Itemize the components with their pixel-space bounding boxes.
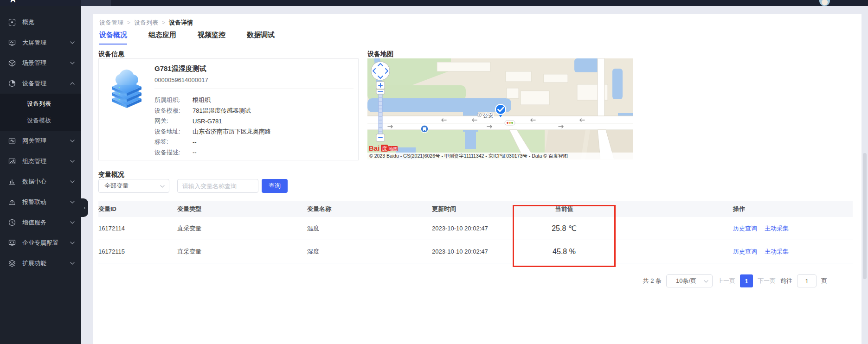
poi-label: 公安 (483, 113, 493, 118)
breadcrumb-separator: > (162, 19, 165, 26)
history-query-link[interactable]: 历史查询 (733, 248, 757, 256)
field-template: 设备模板:781温湿度传感器测试 (154, 106, 354, 116)
top-bar: A (0, 0, 868, 6)
variable-type-select[interactable]: 全部变量 (98, 179, 169, 193)
field-value: 根组织 (193, 96, 211, 104)
sidebar-item-label: 大屏管理 (22, 38, 70, 47)
sidebar-item-device-template[interactable]: 设备模板 (0, 112, 81, 129)
field-value: -- (193, 149, 197, 156)
page-size-select[interactable]: 10条/页 (666, 274, 713, 287)
field-value: 781温湿度传感器测试 (193, 107, 251, 115)
cell-variable-name: 湿度 (307, 248, 432, 256)
page-number-1[interactable]: 1 (740, 274, 753, 287)
field-label: 网关: (154, 117, 193, 125)
sidebar-item-overview[interactable]: 概览 (0, 12, 81, 32)
tab-video-monitor[interactable]: 视频监控 (198, 31, 225, 45)
cell-updated: 2023-10-10 20:02:47 (432, 248, 513, 255)
device-info-card: G781温湿度测试 0000059614000017 所属组织:根组织 设备模板… (98, 58, 359, 160)
chevron-down-icon (70, 160, 75, 163)
baidu-map[interactable]: 公安 (367, 58, 633, 159)
image-icon (8, 158, 16, 165)
main-content: 设备管理 > 设备列表 > 设备详情 设备概况 组态应用 视频监控 数据调试 设… (93, 14, 862, 344)
layers-icon (8, 260, 16, 267)
cell-variable-type: 直采变量 (177, 248, 307, 256)
sidebar-item-alarm-linkage[interactable]: 报警联动 (0, 192, 81, 212)
breadcrumb-device-list[interactable]: 设备列表 (134, 19, 158, 27)
page-size-value: 10条/页 (676, 277, 696, 285)
goto-page-input[interactable] (797, 274, 817, 287)
field-value: 山东省济南市历下区龙奥南路 (193, 127, 271, 136)
device-illustration (105, 66, 148, 109)
sidebar-item-data-center[interactable]: 数据中心 (0, 172, 81, 192)
device-info-title: 设备信息 (98, 50, 124, 58)
prev-page-button[interactable]: 上一页 (717, 277, 735, 285)
header-variable-name: 变量名称 (307, 205, 432, 213)
manual-collect-link[interactable]: 主动采集 (765, 224, 789, 233)
field-address: 设备地址:山东省济南市历下区龙奥南路 (154, 127, 354, 137)
chevron-down-icon (70, 242, 75, 244)
chevron-down-icon (70, 180, 75, 183)
sidebar-item-enterprise-config[interactable]: 企业专属配置 (0, 233, 81, 253)
tab-data-debug[interactable]: 数据调试 (247, 31, 275, 45)
chevron-up-icon (70, 82, 75, 85)
query-button[interactable]: 查询 (262, 179, 288, 193)
sidebar-item-device-mgmt[interactable]: 设备管理 (0, 73, 81, 94)
cell-variable-id: 16172114 (98, 225, 177, 232)
header-variable-id: 变量ID (98, 205, 177, 213)
sidebar-item-label: 扩展功能 (22, 259, 70, 268)
next-page-button[interactable]: 下一页 (758, 277, 776, 285)
chevron-down-icon (70, 201, 75, 204)
field-label: 设备模板: (154, 107, 193, 115)
cell-variable-name: 温度 (307, 224, 432, 233)
monitor-code-icon (8, 239, 16, 247)
history-query-link[interactable]: 历史查询 (733, 224, 757, 233)
device-fields: 所属组织:根组织 设备模板:781温湿度传感器测试 网关:USR-G781 设备… (154, 95, 354, 158)
pie-chart-icon (8, 80, 16, 87)
sidebar-item-gateway-mgmt[interactable]: 网关管理 (0, 131, 81, 151)
baidu-logo-map: 地图 (389, 147, 398, 151)
sidebar-item-scene-mgmt[interactable]: 场景管理 (0, 53, 81, 73)
header-current-value: 当前值 (513, 205, 616, 213)
sidebar-item-label: 报警联动 (22, 198, 70, 206)
chevron-down-icon (70, 41, 75, 44)
cell-variable-id: 16172115 (98, 248, 177, 255)
alarm-icon (8, 198, 16, 206)
sidebar-item-config-mgmt[interactable]: 组态管理 (0, 151, 81, 172)
vertical-scrollbar[interactable] (863, 153, 867, 279)
tab-config-app[interactable]: 组态应用 (148, 31, 176, 45)
device-map-title: 设备地图 (367, 50, 393, 58)
sidebar-item-label: 场景管理 (22, 59, 70, 67)
bar-chart-icon (8, 178, 16, 185)
manual-collect-link[interactable]: 主动采集 (765, 248, 789, 256)
breadcrumb-device-mgmt[interactable]: 设备管理 (99, 19, 123, 27)
variable-type-value: 全部变量 (104, 182, 129, 190)
device-name: G781温湿度测试 (154, 64, 206, 73)
field-label: 标签: (154, 138, 193, 146)
header-updated: 更新时间 (432, 205, 513, 213)
variable-search-input[interactable] (177, 179, 258, 193)
field-label: 设备描述: (154, 148, 193, 157)
sidebar-collapse-handle[interactable]: ‹ (81, 198, 88, 217)
chevron-down-icon (70, 262, 75, 265)
user-avatar[interactable] (819, 0, 830, 6)
divider (154, 89, 354, 89)
sidebar-item-extensions[interactable]: 扩展功能 (0, 253, 81, 274)
device-id: 0000059614000017 (154, 76, 208, 83)
sidebar-item-label: 网关管理 (22, 137, 70, 145)
app-logo: A (10, 0, 16, 4)
tab-device-overview[interactable]: 设备概况 (99, 31, 127, 45)
field-value: USR-G781 (193, 118, 222, 125)
sidebar-item-value-services[interactable]: 增值服务 (0, 212, 81, 233)
topbar-active-tab[interactable] (81, 0, 111, 6)
table-header-row: 变量ID 变量类型 变量名称 更新时间 当前值 操作 (98, 201, 853, 217)
sidebar-item-screen-mgmt[interactable]: 大屏管理 (0, 32, 81, 53)
map-pan-control[interactable] (371, 62, 390, 80)
app-window: A 概览 大屏管理 场景管理 设备管理 设备列表 设备模板 (0, 0, 868, 344)
detail-tabs: 设备概况 组态应用 视频监控 数据调试 (99, 31, 275, 45)
sidebar-item-label: 组态管理 (22, 157, 70, 166)
goto-unit: 页 (821, 277, 827, 285)
cell-variable-type: 直采变量 (177, 224, 307, 233)
sidebar-item-label: 增值服务 (22, 218, 70, 227)
sidebar-item-device-list[interactable]: 设备列表 (0, 96, 81, 112)
cell-current-value: 45.8 % (513, 248, 616, 256)
